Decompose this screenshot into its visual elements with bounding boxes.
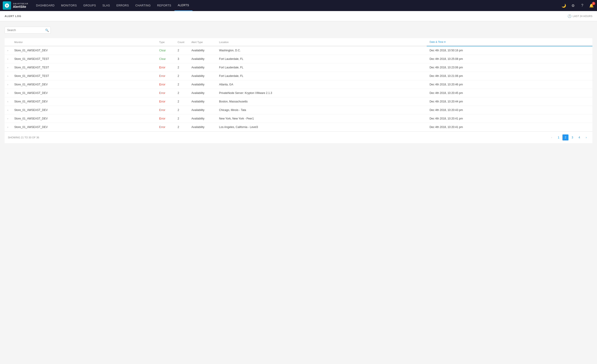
row-monitor: Store_01_AWSEAST_DEV: [12, 106, 157, 114]
page-1-button[interactable]: 1: [556, 135, 562, 140]
row-location: Fort Lauderdale, FL: [216, 63, 427, 72]
table-header: Monitor Type Count Alert Type Location D…: [5, 38, 592, 46]
time-label: LAST 24 HOURS: [573, 15, 592, 17]
row-location: Atlanta, GA: [216, 80, 427, 89]
row-type: Error: [157, 89, 175, 97]
nav-link-monitors[interactable]: MONITORS: [58, 0, 80, 11]
row-count: 2: [175, 72, 189, 80]
row-alert-type: Availability: [189, 72, 216, 80]
brand: SMARTBEAR AlertSite: [3, 1, 28, 10]
nav-link-reports[interactable]: REPORTS: [154, 0, 174, 11]
row-location: Fort Lauderdale, FL: [216, 72, 427, 80]
row-expand[interactable]: ›: [5, 106, 12, 114]
row-location: Los Angeles, California - Level3: [216, 123, 427, 131]
row-expand[interactable]: ›: [5, 114, 12, 123]
page-4-button[interactable]: 4: [576, 135, 582, 140]
chevron-right-icon[interactable]: ›: [7, 75, 8, 77]
row-count: 2: [175, 63, 189, 72]
row-datetime: Dec 4th 2018, 10:20:45 pm: [427, 89, 592, 97]
row-monitor: Store_01_AWSEAST_DEV: [12, 89, 157, 97]
table-row[interactable]: › Store_01_AWSEAST_DEV Error 2 Availabil…: [5, 114, 592, 123]
search-wrapper: 🔍: [5, 27, 592, 34]
page-3-button[interactable]: 3: [569, 135, 575, 140]
chevron-right-icon[interactable]: ›: [7, 66, 8, 69]
row-expand[interactable]: ›: [5, 63, 12, 72]
subheader: ALERT LOG 🕐 LAST 24 HOURS: [0, 11, 597, 21]
row-expand[interactable]: ›: [5, 97, 12, 106]
table-row[interactable]: › Store_01_AWSEAST_DEV Clear 2 Availabil…: [5, 46, 592, 55]
row-type: Error: [157, 80, 175, 89]
table-row[interactable]: › Store_01_AWSEAST_DEV Error 2 Availabil…: [5, 123, 592, 131]
row-alert-type: Availability: [189, 97, 216, 106]
nav-right: 🌙 ⚙ ? 🔔 1: [561, 3, 594, 8]
chevron-right-icon[interactable]: ›: [7, 126, 8, 129]
row-expand[interactable]: ›: [5, 46, 12, 55]
nav-link-errors[interactable]: ERRORS: [113, 0, 132, 11]
chevron-right-icon[interactable]: ›: [7, 58, 8, 60]
nav-link-groups[interactable]: GROUPS: [80, 0, 99, 11]
row-expand[interactable]: ›: [5, 55, 12, 63]
table-container: Monitor Type Count Alert Type Location D…: [5, 38, 592, 143]
row-type: Error: [157, 106, 175, 114]
row-count: 2: [175, 46, 189, 55]
row-type: Error: [157, 97, 175, 106]
chevron-right-icon[interactable]: ›: [7, 83, 8, 86]
dark-mode-icon[interactable]: 🌙: [561, 3, 566, 8]
table-footer: SHOWING 21 TO 30 OF 36 ‹ 1 2 3 4 ›: [5, 131, 592, 143]
row-alert-type: Availability: [189, 123, 216, 131]
nav-link-slas[interactable]: SLAS: [99, 0, 113, 11]
chevron-right-icon[interactable]: ›: [7, 100, 8, 103]
th-datetime[interactable]: Date & Time ▾: [427, 38, 592, 46]
search-icon[interactable]: 🔍: [45, 29, 49, 32]
table-row[interactable]: › Store_01_AWSEAST_TEST Error 2 Availabi…: [5, 72, 592, 80]
row-type: Error: [157, 72, 175, 80]
row-expand[interactable]: ›: [5, 72, 12, 80]
row-location: Washington, D.C.: [216, 46, 427, 55]
row-count: 2: [175, 97, 189, 106]
row-datetime: Dec 4th 2018, 10:20:41 pm: [427, 123, 592, 131]
brand-logo: [3, 1, 11, 10]
settings-icon[interactable]: ⚙: [570, 3, 576, 8]
th-monitor[interactable]: Monitor: [12, 38, 157, 46]
th-location[interactable]: Location: [216, 38, 427, 46]
table-row[interactable]: › Store_01_AWSEAST_DEV Error 2 Availabil…: [5, 89, 592, 97]
th-count[interactable]: Count: [175, 38, 189, 46]
row-monitor: Store_01_AWSEAST_DEV: [12, 114, 157, 123]
help-icon[interactable]: ?: [580, 3, 585, 8]
nav-link-alerts[interactable]: ALERTS: [174, 0, 192, 11]
next-page-button[interactable]: ›: [583, 135, 589, 140]
nav-link-dashboard[interactable]: DASHBOARD: [33, 0, 58, 11]
chevron-right-icon[interactable]: ›: [7, 117, 8, 120]
row-expand[interactable]: ›: [5, 80, 12, 89]
th-alert-type[interactable]: Alert Type: [189, 38, 216, 46]
chevron-right-icon[interactable]: ›: [7, 109, 8, 111]
row-location: PrivateNode Server: Krypton VMware 2.1.3: [216, 89, 427, 97]
clock-icon: 🕐: [567, 14, 571, 18]
prev-page-button[interactable]: ‹: [549, 135, 555, 140]
page-2-button[interactable]: 2: [562, 135, 568, 140]
table-row[interactable]: › Store_01_AWSEAST_DEV Error 2 Availabil…: [5, 97, 592, 106]
row-location: Chicago, Illinois - Tata: [216, 106, 427, 114]
row-alert-type: Availability: [189, 55, 216, 63]
table-row[interactable]: › Store_01_AWSEAST_DEV Error 2 Availabil…: [5, 80, 592, 89]
nav-link-charting[interactable]: CHARTING: [132, 0, 154, 11]
table-row[interactable]: › Store_01_AWSEAST_TEST Clear 3 Availabi…: [5, 55, 592, 63]
row-count: 2: [175, 123, 189, 131]
th-type[interactable]: Type: [157, 38, 175, 46]
table-row[interactable]: › Store_01_AWSEAST_DEV Error 2 Availabil…: [5, 106, 592, 114]
showing-text: SHOWING 21 TO 30 OF 36: [8, 136, 39, 139]
row-monitor: Store_01_AWSEAST_TEST: [12, 72, 157, 80]
row-datetime: Dec 4th 2018, 10:20:43 pm: [427, 106, 592, 114]
table-row[interactable]: › Store_01_AWSEAST_TEST Error 2 Availabi…: [5, 63, 592, 72]
page-title: ALERT LOG: [5, 15, 21, 17]
chevron-right-icon[interactable]: ›: [7, 49, 8, 52]
row-count: 2: [175, 114, 189, 123]
row-location: Boston, Massachusetts: [216, 97, 427, 106]
navbar: SMARTBEAR AlertSite DASHBOARDMONITORSGRO…: [0, 0, 597, 11]
row-monitor: Store_01_AWSEAST_TEST: [12, 55, 157, 63]
row-expand[interactable]: ›: [5, 123, 12, 131]
search-input[interactable]: [5, 27, 51, 34]
chevron-right-icon[interactable]: ›: [7, 92, 8, 94]
row-expand[interactable]: ›: [5, 89, 12, 97]
notifications-icon[interactable]: 🔔 1: [589, 3, 594, 8]
